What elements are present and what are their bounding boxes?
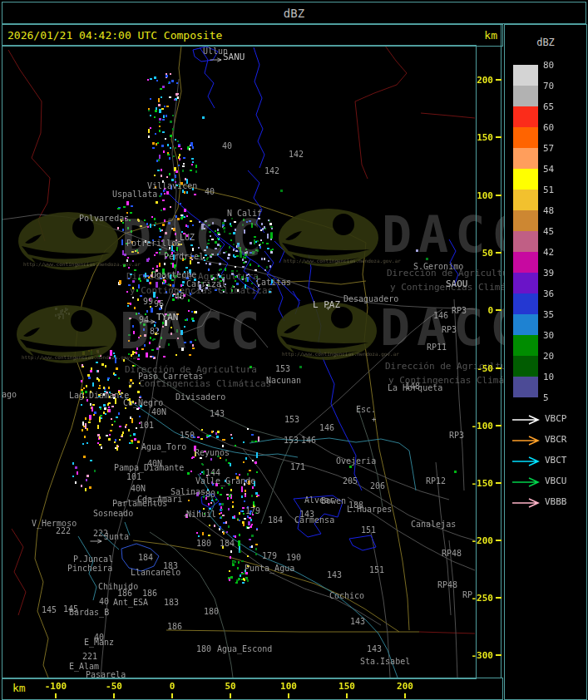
timestamp-label: 2026/01/21 04:42:00 UTC Composite (7, 29, 222, 42)
radar-map-canvas (0, 0, 588, 700)
dbz-legend-panel: dBZ (504, 24, 587, 700)
legend-title: dBZ (505, 37, 586, 48)
radar-composite-window: DACCDirección de Agriculturay Contingenc… (0, 0, 588, 700)
window-title: dBZ (2, 7, 586, 20)
axis-divider (501, 24, 502, 698)
info-bar: 2026/01/21 04:42:00 UTC Composite km (2, 24, 503, 47)
km-unit-bottom: km (12, 682, 26, 694)
title-bar: dBZ (2, 2, 586, 24)
bottom-axis-bar: km (2, 678, 503, 700)
km-unit-top: km (484, 29, 497, 42)
